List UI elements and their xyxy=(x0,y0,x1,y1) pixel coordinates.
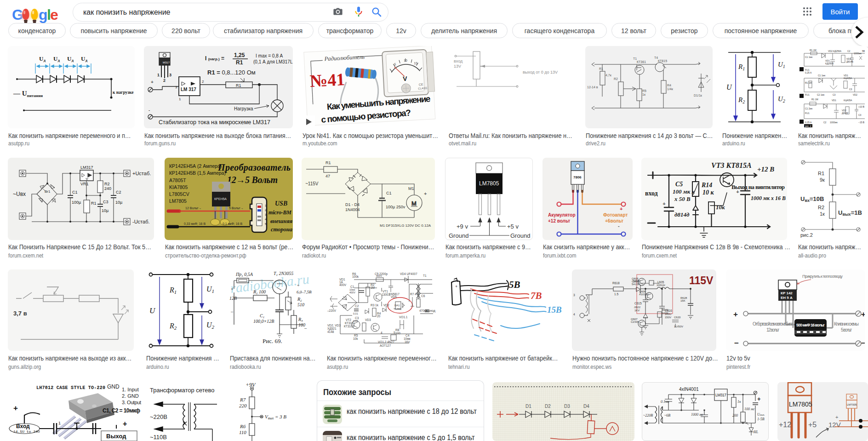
svg-text:~110В: ~110В xyxy=(150,434,167,441)
svg-text:1000мк: 1000мк xyxy=(854,52,862,55)
svg-text:240: 240 xyxy=(104,186,111,191)
svg-text:1/4к: 1/4к xyxy=(667,87,674,91)
svg-text:R618: R618 xyxy=(612,281,620,285)
svg-text:R1 1М: R1 1М xyxy=(805,81,812,84)
svg-text:— Uпитания: — Uпитания xyxy=(13,90,43,98)
svg-text:VD5: VD5 xyxy=(391,295,397,298)
svg-text:100 мк х: 100 мк х xyxy=(673,188,695,195)
svg-text:LM7805: LM7805 xyxy=(479,180,499,187)
svg-text:R1: R1 xyxy=(599,67,603,70)
svg-text:47: 47 xyxy=(326,174,330,178)
svg-text:R7 47k: R7 47k xyxy=(410,292,420,296)
svg-text:R1 1М: R1 1М xyxy=(810,49,817,52)
svg-text:TL431: TL431 xyxy=(394,308,402,310)
svg-text:220: 220 xyxy=(239,403,247,408)
svg-text:12-14 в: 12-14 в xyxy=(587,86,598,89)
svg-text:Uвых=1В: Uвых=1В xyxy=(838,209,862,217)
svg-text:D1 - D4: D1 - D4 xyxy=(345,202,360,207)
svg-text:15: 15 xyxy=(414,62,417,65)
svg-text:U1: U1 xyxy=(778,61,785,69)
svg-text:R14: R14 xyxy=(701,182,712,189)
svg-text:КТ815: КТ815 xyxy=(658,59,667,63)
svg-text:15В: 15В xyxy=(547,305,562,315)
svg-text:Выход: Выход xyxy=(426,309,435,313)
svg-text:C3: C3 xyxy=(858,114,862,116)
svg-text:4,7к: 4,7к xyxy=(605,74,612,77)
svg-text:внешняя: внешняя xyxy=(270,218,293,224)
svg-text:VT1: VT1 xyxy=(383,290,388,293)
svg-text:10: 10 xyxy=(404,59,407,62)
svg-text:КТ3102: КТ3102 xyxy=(344,325,354,328)
svg-text:115V: 115V xyxy=(689,275,714,286)
svg-text:1000 мк х 16 В: 1000 мк х 16 В xyxy=(751,195,786,201)
svg-text:+: + xyxy=(733,310,738,319)
svg-text:U: U xyxy=(726,83,732,91)
svg-text:R2: R2 xyxy=(169,322,177,331)
svg-text:+12: +12 xyxy=(779,421,791,429)
svg-text:КЦ405А: КЦ405А xyxy=(844,77,852,80)
svg-text:VD3: VD3 xyxy=(365,318,371,321)
svg-text:A1013Y: A1013Y xyxy=(639,293,649,296)
svg-text:−: − xyxy=(230,309,234,315)
svg-text:10мк: 10мк xyxy=(404,337,411,340)
svg-text:510: 510 xyxy=(297,302,304,307)
svg-text:1N4004: 1N4004 xyxy=(345,207,360,212)
svg-text:3. Output: 3. Output xyxy=(122,400,141,405)
svg-text:13V: 13V xyxy=(454,64,461,69)
svg-text:Uд: Uд xyxy=(81,55,87,63)
svg-text:От бортовой сети автомобиля: От бортовой сети автомобиля xyxy=(753,321,793,326)
svg-text:+: + xyxy=(297,282,300,288)
svg-text:U1: U1 xyxy=(206,285,214,294)
svg-text:+12 вольт: +12 вольт xyxy=(548,218,570,223)
svg-text:10k: 10k xyxy=(353,337,358,340)
svg-text:C2 1мк: C2 1мк xyxy=(817,93,825,96)
svg-text:Br1: Br1 xyxy=(45,189,51,194)
svg-text:4148: 4148 xyxy=(327,330,334,333)
svg-text:DA1: DA1 xyxy=(394,304,400,307)
svg-text:LM7005: LM7005 xyxy=(847,403,857,406)
svg-text:16V: 16V xyxy=(405,340,410,344)
svg-text:~220В: ~220В xyxy=(643,413,653,418)
svg-text:USB: USB xyxy=(275,200,287,207)
svg-text:12 Вольт→: 12 Вольт→ xyxy=(185,206,202,210)
svg-text:1U/50V: 1U/50V xyxy=(674,325,683,328)
svg-text:9к: 9к xyxy=(820,177,825,183)
svg-text:LM317: LM317 xyxy=(715,393,726,397)
svg-text:2407: 2407 xyxy=(633,280,640,283)
svg-text:micro-BM: micro-BM xyxy=(268,209,291,216)
svg-text:1KV: 1KV xyxy=(634,309,640,312)
svg-text:1000мк: 1000мк xyxy=(830,121,838,124)
svg-text:Пр1 0,5А: Пр1 0,5А xyxy=(235,272,253,278)
svg-text:100U: 100U xyxy=(665,313,671,315)
svg-text:-: - xyxy=(618,223,620,229)
svg-text:(0,1 А для LM317L ): (0,1 А для LM317L ) xyxy=(253,59,293,64)
svg-text:M1: M1 xyxy=(408,186,414,191)
svg-text:вход: вход xyxy=(645,190,658,197)
svg-text:100k: 100k xyxy=(352,275,359,278)
svg-text:R2: R2 xyxy=(738,96,745,104)
svg-text:CE: CE xyxy=(419,83,423,86)
svg-text:+: + xyxy=(13,404,18,412)
svg-text:5В: 5В xyxy=(862,50,865,52)
svg-text:Uд: Uд xyxy=(53,55,60,63)
svg-text:C3: C3 xyxy=(355,316,359,320)
svg-text:−: − xyxy=(734,339,739,348)
svg-text:3: 3 xyxy=(175,85,177,89)
svg-text:R5: R5 xyxy=(354,334,358,337)
svg-text:рис. 2: рис. 2 xyxy=(805,125,811,127)
svg-text:1,25: 1,25 xyxy=(234,52,245,58)
svg-text:.0622: .0622 xyxy=(634,306,641,309)
svg-text:1к: 1к xyxy=(820,211,825,217)
svg-text:200: 200 xyxy=(732,413,738,418)
svg-text:20: 20 xyxy=(377,315,381,318)
svg-text:КР142ЕН5В (1,5 Ампера): КР142ЕН5В (1,5 Ампера) xyxy=(169,170,226,176)
svg-text:VR1: VR1 xyxy=(80,182,89,186)
svg-text:100 мг: 100 мг xyxy=(744,407,754,411)
svg-text:+: + xyxy=(835,414,838,420)
svg-text:2. GND: 2. GND xyxy=(122,393,139,399)
svg-text:C1 1мк: C1 1мк xyxy=(805,56,813,58)
svg-text:КТ361: КТ361 xyxy=(637,60,646,63)
svg-text:+5: +5 xyxy=(808,421,817,429)
svg-text:4: 4 xyxy=(381,331,383,334)
svg-text:–220V: –220V xyxy=(327,309,336,312)
